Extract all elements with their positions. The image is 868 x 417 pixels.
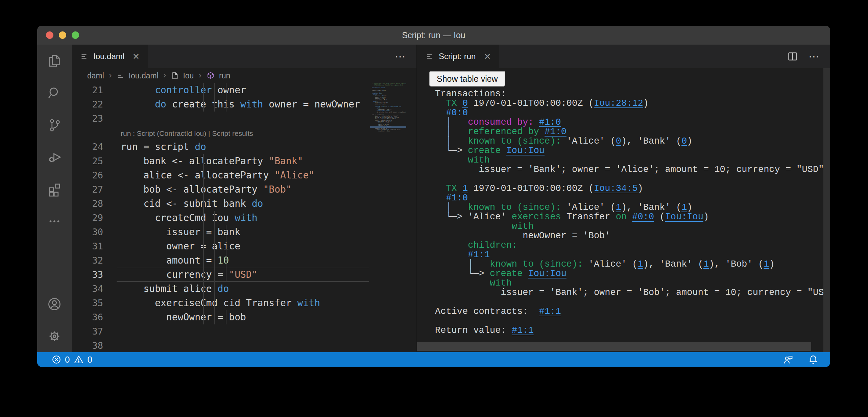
code-line[interactable]: 31 owner = alice <box>72 239 416 253</box>
output-link[interactable]: 1 <box>703 259 709 269</box>
code-text: newOwner = bob <box>121 310 246 324</box>
code-line[interactable]: 36 newOwner = bob <box>72 310 416 324</box>
search-icon[interactable] <box>37 77 72 109</box>
output-text: └─> <box>435 212 468 222</box>
feedback-icon[interactable] <box>783 354 794 365</box>
output-link[interactable]: 1 <box>638 259 643 269</box>
line-number: 28 <box>72 197 121 211</box>
codelens-text: run : Script (ContractId Iou) | Script r… <box>121 126 253 140</box>
output-link[interactable]: 1 <box>462 183 468 194</box>
script-results-webview: Show table view Transactions: TX 0 1970-… <box>417 68 830 352</box>
output-line: #1:1 <box>435 250 830 260</box>
account-icon[interactable] <box>37 288 72 320</box>
show-table-view-button[interactable]: Show table view <box>429 71 505 87</box>
output-text: #1:0 <box>435 193 468 203</box>
explorer-icon[interactable] <box>37 45 72 77</box>
output-text: issuer = 'Bank'; owner = 'Bob'; amount =… <box>435 288 830 298</box>
code-text: currency = "USD" <box>121 268 258 282</box>
settings-gear-icon[interactable] <box>37 320 72 352</box>
split-editor-icon[interactable] <box>787 51 798 62</box>
output-text: consumed by: <box>468 117 539 127</box>
output-link[interactable]: #1:1 <box>512 325 534 336</box>
output-link[interactable]: 0 <box>462 98 468 108</box>
source-control-icon[interactable] <box>37 109 72 141</box>
vertical-scrollbar[interactable] <box>823 68 830 352</box>
transaction-output: Transactions: TX 0 1970-01-01T00:00:00Z … <box>435 89 830 335</box>
output-link[interactable]: #1:1 <box>539 306 561 317</box>
breadcrumb-item-daml[interactable]: daml <box>87 71 104 80</box>
code-line[interactable]: 30 issuer = bank <box>72 225 416 239</box>
code-line[interactable]: 25 bank <- allocateParty "Bank" <box>72 154 416 168</box>
code-line[interactable]: 28 cid <- submit bank do <box>72 197 416 211</box>
indent-guide <box>226 225 226 282</box>
code-line[interactable]: 34 submit alice do <box>72 282 416 296</box>
output-line: children: <box>435 241 830 250</box>
output-link[interactable]: Iou:28:12 <box>594 98 643 108</box>
output-link[interactable]: 1 <box>616 202 621 213</box>
output-line: issuer = 'Bank'; owner = 'Bob'; amount =… <box>435 288 830 297</box>
output-link[interactable]: #1:0 <box>539 117 561 127</box>
tab-script-run[interactable]: Script: run ✕ <box>417 45 499 68</box>
output-text: referenced by <box>468 127 545 137</box>
extensions-icon[interactable] <box>37 173 72 205</box>
output-link[interactable]: Iou:34:5 <box>594 183 638 194</box>
code-line[interactable]: 29 createCmd Iou with <box>72 211 416 225</box>
breadcrumb-item-symbol[interactable]: run <box>219 71 230 80</box>
code-line[interactable]: 24run = script do <box>72 140 416 154</box>
code-line[interactable]: 37 <box>72 324 416 339</box>
output-link[interactable]: Iou:Iou <box>528 269 566 279</box>
output-line: │ consumed by: #1:0 <box>435 118 830 127</box>
output-link[interactable]: Iou:Iou <box>665 212 703 222</box>
code-editor[interactable]: 21 controller owner22 do create this wit… <box>72 83 416 352</box>
problems-errors[interactable]: 0 <box>51 354 70 365</box>
output-text: ), 'Bank' ( <box>621 202 681 213</box>
code-line[interactable]: 33 currency = "USD" <box>72 268 416 282</box>
code-text: issuer = bank <box>121 225 240 239</box>
editor-actions-more-icon[interactable]: ⋯ <box>395 51 406 62</box>
close-tab-icon[interactable]: ✕ <box>484 52 491 62</box>
code-line[interactable]: 21 controller owner <box>72 83 416 97</box>
chevron-right-icon: › <box>109 70 112 80</box>
code-line[interactable]: 22 do create this with owner = newOwner <box>72 97 416 112</box>
daml-file-icon <box>425 52 434 61</box>
code-line[interactable]: 26 alice <- allocateParty "Alice" <box>72 168 416 182</box>
output-text: └─> <box>435 269 490 279</box>
code-text: controller owner <box>121 83 246 97</box>
code-text: bob <- allocateParty "Bob" <box>121 182 292 197</box>
close-tab-icon[interactable]: ✕ <box>132 52 140 62</box>
output-line <box>435 316 830 326</box>
codelens-row[interactable]: run : Script (ContractId Iou) | Script r… <box>72 126 416 140</box>
editor-actions-more-icon[interactable]: ⋯ <box>809 51 820 62</box>
output-link[interactable]: 0 <box>681 136 687 146</box>
output-link[interactable]: 1 <box>764 259 769 269</box>
breadcrumb-item-module[interactable]: Iou <box>183 71 194 80</box>
left-tab-bar: Iou.daml ✕ ⋯ <box>72 45 416 68</box>
output-link[interactable]: 1 <box>681 202 687 213</box>
output-link[interactable]: Iou:Iou <box>506 146 545 156</box>
code-line[interactable]: 27 bob <- allocateParty "Bob" <box>72 182 416 197</box>
code-line[interactable]: 38 <box>72 339 416 352</box>
output-link[interactable]: #0:0 <box>632 212 654 222</box>
line-number: 27 <box>72 182 121 197</box>
notifications-bell-icon[interactable] <box>808 354 819 365</box>
output-text: 'Alice' ( <box>588 259 638 269</box>
output-text: └─> <box>435 146 468 156</box>
horizontal-scrollbar[interactable] <box>417 342 811 351</box>
output-line: └─> 'Alice' exercises Transfer on #0:0 (… <box>435 212 830 222</box>
run-debug-icon[interactable] <box>37 141 72 173</box>
title-bar[interactable]: Script: run — Iou <box>37 26 830 45</box>
more-actions-icon[interactable] <box>37 205 72 237</box>
breadcrumb-item-file[interactable]: Iou.daml <box>129 71 159 80</box>
output-link[interactable]: #1:0 <box>545 127 566 137</box>
minimap[interactable]: -- Copyright (c) 2023 Digital Asset (Swi… <box>370 83 406 352</box>
output-text: ) <box>687 202 692 213</box>
line-number: 36 <box>72 310 121 324</box>
problems-warnings[interactable]: 0 <box>74 354 92 365</box>
code-line[interactable]: 35 exerciseCmd cid Transfer with <box>72 296 416 310</box>
code-line[interactable]: 32 amount = 10 <box>72 253 416 268</box>
output-link[interactable]: 0 <box>616 136 621 146</box>
code-line[interactable]: 23 <box>72 112 416 126</box>
tab-iou-daml[interactable]: Iou.daml ✕ <box>72 45 148 68</box>
output-text <box>435 183 446 194</box>
output-text: │ <box>435 136 468 146</box>
